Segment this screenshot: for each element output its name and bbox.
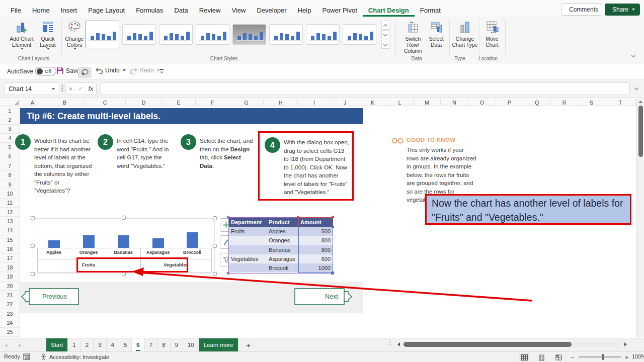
chart-style-thumbnail[interactable] — [269, 24, 303, 45]
column-header-C[interactable]: C — [85, 99, 126, 106]
quick-layout-button[interactable]: Quick Layout — [36, 20, 59, 50]
column-header-B[interactable]: B — [45, 99, 85, 106]
tabs-scroll-right-button[interactable]: › — [13, 338, 26, 351]
add-chart-element-button[interactable]: Add Chart Element — [8, 20, 35, 50]
scroll-left-icon[interactable] — [397, 342, 400, 346]
share-button[interactable]: Share — [605, 4, 640, 16]
row-header-1[interactable]: 1 — [0, 106, 20, 115]
menu-tab-power-pivot[interactable]: Power Pivot — [316, 5, 362, 17]
row-header-17[interactable]: 17 — [0, 254, 20, 263]
row-header-18[interactable]: 18 — [0, 263, 20, 272]
horizontal-scrollbar[interactable] — [397, 341, 627, 348]
undo-button[interactable]: Undo — [96, 67, 126, 74]
row-header-6[interactable]: 6 — [0, 152, 20, 161]
menu-tab-formulas[interactable]: Formulas — [130, 5, 169, 17]
selection-handle[interactable] — [31, 272, 35, 277]
column-header-O[interactable]: O — [468, 99, 496, 106]
row-header-14[interactable]: 14 — [0, 226, 20, 235]
selection-handle[interactable] — [213, 216, 217, 221]
formula-input[interactable] — [101, 82, 630, 95]
name-box-dropdown-icon[interactable] — [52, 88, 55, 90]
row-header-10[interactable]: 10 — [0, 189, 20, 198]
row-header-2[interactable]: 2 — [0, 115, 20, 124]
sheet-tab-5[interactable]: 5 — [119, 338, 132, 351]
insert-function-icon[interactable]: fx — [88, 85, 93, 93]
scroll-up-icon[interactable] — [638, 101, 642, 103]
column-header-A[interactable]: A — [20, 99, 45, 106]
scroll-right-icon[interactable] — [624, 342, 627, 346]
vertical-scrollbar[interactable] — [636, 99, 644, 337]
menu-tab-view[interactable]: View — [226, 5, 251, 17]
tabs-scroll-left-button[interactable]: ‹ — [0, 338, 13, 351]
previous-button[interactable]: Previous — [20, 286, 82, 310]
chart-style-thumbnail[interactable] — [86, 21, 119, 48]
menu-tab-home[interactable]: Home — [27, 5, 55, 17]
lasso-select-button[interactable] — [78, 67, 92, 78]
horizontal-scroll-thumb[interactable] — [404, 342, 572, 347]
select-all-button[interactable] — [0, 99, 20, 106]
row-header-8[interactable]: 8 — [0, 171, 20, 180]
gallery-scroll-down-button[interactable] — [381, 30, 389, 39]
select-data-button[interactable]: Select Data — [425, 20, 447, 48]
sheet-tab-10[interactable]: 10 — [183, 338, 199, 351]
column-header-I[interactable]: I — [298, 99, 331, 106]
row-header-20[interactable]: 20 — [0, 282, 20, 291]
sheet-tab-9[interactable]: 9 — [171, 338, 183, 351]
change-colors-button[interactable]: Change Colors — [63, 20, 86, 50]
column-header-H[interactable]: H — [264, 99, 298, 106]
row-header-21[interactable]: 21 — [0, 291, 20, 300]
sheet-tab-8[interactable]: 8 — [157, 338, 170, 351]
sheet-tab-6[interactable]: 6 — [132, 338, 144, 351]
row-header-12[interactable]: 12 — [0, 208, 20, 217]
row-header-22[interactable]: 22 — [0, 300, 20, 309]
menu-tab-data[interactable]: Data — [169, 5, 193, 17]
column-header-E[interactable]: E — [162, 99, 196, 106]
comments-button[interactable]: Comments — [561, 4, 601, 16]
sheet-tab-7[interactable]: 7 — [145, 338, 157, 351]
selection-handle[interactable] — [122, 272, 126, 277]
selection-handle[interactable] — [31, 216, 35, 221]
embedded-bar-chart[interactable]: ApplesOrangesBananasAsparagusBroccoliFru… — [33, 218, 215, 274]
selection-handle[interactable] — [122, 216, 126, 220]
menu-tab-file[interactable]: File — [5, 5, 27, 17]
zoom-slider-thumb[interactable] — [602, 354, 604, 360]
row-header-11[interactable]: 11 — [0, 199, 20, 208]
gallery-more-button[interactable] — [381, 40, 389, 49]
add-sheet-button[interactable]: + — [238, 338, 259, 351]
chart-style-thumbnail[interactable] — [122, 24, 156, 45]
row-header-15[interactable]: 15 — [0, 235, 20, 244]
collapse-ribbon-icon[interactable] — [631, 53, 635, 57]
zoom-slider-track[interactable] — [579, 356, 621, 357]
column-header-P[interactable]: P — [496, 99, 523, 106]
vertical-scroll-thumb[interactable] — [638, 106, 643, 157]
menu-tab-developer[interactable]: Developer — [251, 5, 292, 17]
row-header-23[interactable]: 23 — [0, 309, 20, 318]
undo-dropdown-icon[interactable] — [123, 69, 126, 71]
row-header-13[interactable]: 13 — [0, 217, 20, 226]
chart-style-thumbnail[interactable] — [343, 24, 376, 45]
qat-overflow-button[interactable] — [160, 69, 164, 73]
macro-record-button[interactable] — [23, 353, 30, 360]
normal-view-button[interactable] — [519, 353, 529, 361]
gallery-scroll-up-button[interactable] — [381, 21, 389, 30]
selection-handle[interactable] — [31, 244, 35, 248]
change-chart-type-button[interactable]: Change Chart Type — [452, 20, 478, 48]
redo-button[interactable]: Redo — [130, 67, 160, 74]
page-layout-view-button[interactable] — [536, 353, 546, 361]
zoom-out-button[interactable]: − — [571, 353, 575, 361]
autosave-toggle[interactable]: Off — [35, 67, 56, 75]
menu-tab-review[interactable]: Review — [194, 5, 226, 17]
switch-row-column-button[interactable]: Switch Row/ Column — [399, 20, 427, 54]
row-header-9[interactable]: 9 — [0, 180, 20, 189]
sheet-tab-start[interactable]: Start — [46, 338, 68, 351]
column-header-T[interactable]: T — [605, 99, 636, 106]
menu-tab-insert[interactable]: Insert — [55, 5, 83, 17]
column-header-L[interactable]: L — [386, 99, 414, 106]
move-chart-button[interactable]: Move Chart — [481, 20, 503, 48]
page-break-view-button[interactable] — [553, 353, 564, 361]
column-header-M[interactable]: M — [414, 99, 441, 106]
column-header-R[interactable]: R — [551, 99, 578, 106]
chart-style-thumbnail[interactable] — [232, 24, 266, 45]
tab-options-icon[interactable]: ⋮ — [383, 338, 396, 346]
sheet-tab-3[interactable]: 3 — [94, 338, 106, 351]
